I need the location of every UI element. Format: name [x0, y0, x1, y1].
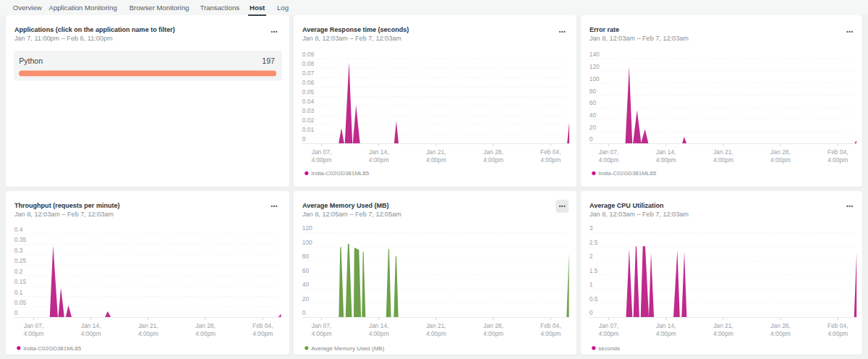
- svg-text:4:00pm: 4:00pm: [656, 156, 676, 164]
- svg-text:0.07: 0.07: [302, 70, 315, 77]
- svg-text:4:00pm: 4:00pm: [713, 156, 733, 164]
- svg-text:Jan 28,: Jan 28,: [195, 322, 215, 329]
- svg-text:4:00pm: 4:00pm: [311, 156, 331, 164]
- svg-text:1: 1: [590, 281, 593, 288]
- svg-text:Jan 21,: Jan 21,: [138, 322, 158, 329]
- svg-text:0.1: 0.1: [14, 289, 23, 296]
- svg-text:0.25: 0.25: [14, 257, 27, 264]
- svg-text:Jan 14,: Jan 14,: [369, 322, 388, 329]
- svg-text:4:00pm: 4:00pm: [540, 330, 561, 337]
- svg-text:4:00pm: 4:00pm: [195, 330, 216, 337]
- svg-text:0.03: 0.03: [302, 107, 315, 114]
- svg-text:4:00pm: 4:00pm: [138, 330, 158, 337]
- svg-text:Jan 07,: Jan 07,: [24, 322, 43, 329]
- svg-text:140: 140: [590, 51, 600, 58]
- svg-text:0.2: 0.2: [14, 268, 23, 275]
- svg-text:Jan 28,: Jan 28,: [483, 148, 503, 156]
- svg-text:Jan 8, 12:03am – Feb 7, 12:03a: Jan 8, 12:03am – Feb 7, 12:03am: [14, 211, 114, 218]
- svg-text:Jan 21,: Jan 21,: [426, 322, 446, 329]
- svg-text:Jan 28,: Jan 28,: [771, 322, 791, 329]
- svg-text:Jan 14,: Jan 14,: [81, 322, 101, 329]
- svg-text:Feb 04,: Feb 04,: [827, 322, 848, 329]
- svg-text:80: 80: [302, 253, 310, 261]
- svg-text:40: 40: [302, 281, 310, 288]
- svg-text:0.02: 0.02: [302, 117, 315, 124]
- svg-text:Average Memory Used (MB): Average Memory Used (MB): [311, 345, 384, 352]
- svg-text:seconds: seconds: [599, 345, 621, 352]
- svg-text:4:00pm: 4:00pm: [369, 156, 389, 164]
- svg-text:4:00pm: 4:00pm: [483, 330, 503, 337]
- svg-text:Jan 7, 11:00pm – Feb 6, 11:00p: Jan 7, 11:00pm – Feb 6, 11:00pm: [14, 35, 113, 42]
- svg-text:80: 80: [590, 88, 597, 95]
- svg-text:4:00pm: 4:00pm: [540, 156, 561, 164]
- svg-text:India-C02GD381ML85: India-C02GD381ML85: [23, 345, 81, 352]
- svg-text:Jan 8, 12:03am – Feb 7, 12:03a: Jan 8, 12:03am – Feb 7, 12:03am: [302, 35, 401, 42]
- svg-text:Jan 8, 12:03am – Feb 7, 12:03a: Jan 8, 12:03am – Feb 7, 12:03am: [590, 211, 689, 218]
- svg-text:20: 20: [302, 295, 310, 303]
- svg-text:0: 0: [14, 309, 18, 316]
- svg-text:4:00pm: 4:00pm: [369, 330, 389, 337]
- svg-text:4:00pm: 4:00pm: [770, 156, 791, 164]
- svg-text:60: 60: [590, 99, 597, 106]
- svg-text:Feb 04,: Feb 04,: [252, 322, 273, 329]
- svg-text:Error rate: Error rate: [590, 27, 619, 34]
- svg-text:3: 3: [590, 225, 593, 232]
- svg-text:Jan 8, 12:05am – Feb 7, 12:05a: Jan 8, 12:05am – Feb 7, 12:05am: [302, 211, 401, 218]
- svg-text:Python: Python: [19, 57, 43, 66]
- svg-text:120: 120: [590, 63, 600, 70]
- svg-text:0: 0: [590, 309, 593, 316]
- svg-text:Feb 04,: Feb 04,: [540, 322, 561, 329]
- svg-text:Average CPU Utilization: Average CPU Utilization: [590, 203, 664, 210]
- svg-text:Jan 07,: Jan 07,: [312, 322, 331, 329]
- svg-text:40: 40: [590, 111, 597, 119]
- svg-text:Jan 21,: Jan 21,: [426, 148, 446, 156]
- svg-text:Jan 07,: Jan 07,: [599, 148, 618, 156]
- svg-text:Jan 28,: Jan 28,: [483, 322, 503, 329]
- svg-text:Jan 14,: Jan 14,: [656, 148, 676, 156]
- svg-text:4:00pm: 4:00pm: [483, 156, 503, 164]
- svg-text:0.5: 0.5: [590, 295, 598, 303]
- svg-text:4:00pm: 4:00pm: [24, 330, 44, 337]
- svg-text:0: 0: [590, 135, 593, 143]
- svg-text:4:00pm: 4:00pm: [252, 330, 273, 337]
- svg-text:4:00pm: 4:00pm: [828, 330, 848, 337]
- svg-text:Jan 21,: Jan 21,: [713, 148, 733, 156]
- svg-text:0.35: 0.35: [14, 236, 27, 243]
- svg-text:Jan 07,: Jan 07,: [312, 148, 331, 156]
- svg-text:India-C02GD381ML85: India-C02GD381ML85: [599, 170, 657, 177]
- svg-text:4:00pm: 4:00pm: [81, 330, 101, 337]
- svg-text:100: 100: [590, 75, 600, 83]
- svg-text:4:00pm: 4:00pm: [656, 330, 676, 337]
- svg-text:2: 2: [590, 253, 593, 261]
- svg-text:Average Memory Used (MB): Average Memory Used (MB): [302, 203, 389, 210]
- svg-text:4:00pm: 4:00pm: [770, 330, 791, 337]
- svg-text:India-C02GD381ML85: India-C02GD381ML85: [311, 170, 369, 177]
- svg-text:0: 0: [302, 135, 306, 143]
- svg-text:2.5: 2.5: [590, 239, 598, 246]
- svg-text:Feb 04,: Feb 04,: [827, 148, 848, 156]
- svg-text:Feb 04,: Feb 04,: [540, 148, 561, 156]
- svg-text:Jan 14,: Jan 14,: [656, 322, 676, 329]
- svg-text:0.4: 0.4: [14, 226, 23, 233]
- svg-text:0: 0: [302, 309, 306, 316]
- svg-text:Jan 07,: Jan 07,: [599, 322, 618, 329]
- svg-text:Jan 28,: Jan 28,: [771, 148, 791, 156]
- svg-text:20: 20: [590, 124, 597, 131]
- svg-text:4:00pm: 4:00pm: [311, 330, 331, 337]
- svg-text:4:00pm: 4:00pm: [426, 156, 446, 164]
- svg-text:0.05: 0.05: [14, 299, 27, 306]
- svg-text:0.09: 0.09: [302, 51, 315, 59]
- svg-text:4:00pm: 4:00pm: [599, 330, 619, 337]
- svg-text:Jan 21,: Jan 21,: [713, 322, 733, 329]
- svg-text:197: 197: [262, 57, 275, 66]
- svg-text:0.15: 0.15: [14, 278, 27, 285]
- svg-text:Jan 8, 12:03am – Feb 7, 12:03a: Jan 8, 12:03am – Feb 7, 12:03am: [590, 35, 689, 42]
- svg-text:4:00pm: 4:00pm: [426, 330, 446, 337]
- svg-text:120: 120: [302, 225, 312, 232]
- svg-text:0.06: 0.06: [302, 80, 315, 87]
- svg-text:0.05: 0.05: [302, 89, 315, 96]
- svg-text:60: 60: [302, 267, 310, 274]
- svg-text:4:00pm: 4:00pm: [599, 156, 619, 164]
- svg-text:0.3: 0.3: [14, 247, 23, 254]
- svg-text:100: 100: [302, 239, 312, 246]
